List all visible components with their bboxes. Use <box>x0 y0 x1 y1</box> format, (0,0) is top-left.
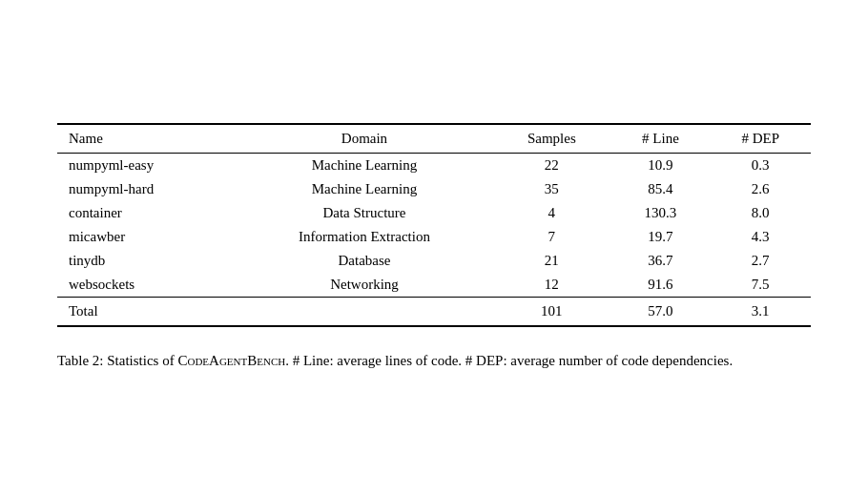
cell-dep: 2.7 <box>710 249 811 273</box>
cell-samples: 4 <box>492 201 610 225</box>
col-header-dep: # DEP <box>710 124 811 154</box>
statistics-table: Name Domain Samples # Line # DEP numpyml… <box>57 123 811 327</box>
cell-name: micawber <box>57 225 237 249</box>
cell-samples: 12 <box>492 273 610 298</box>
table-row: tinydb Database 21 36.7 2.7 <box>57 249 811 273</box>
table-row: numpyml-hard Machine Learning 35 85.4 2.… <box>57 177 811 201</box>
caption-text-part1: Statistics of <box>104 353 178 368</box>
cell-name: numpyml-easy <box>57 153 237 177</box>
table-header-row: Name Domain Samples # Line # DEP <box>57 124 811 154</box>
table-row: numpyml-easy Machine Learning 22 10.9 0.… <box>57 153 811 177</box>
total-samples: 101 <box>492 297 610 326</box>
col-header-line: # Line <box>610 124 710 154</box>
col-header-domain: Domain <box>237 124 493 154</box>
total-dep: 3.1 <box>710 297 811 326</box>
table-row: websockets Networking 12 91.6 7.5 <box>57 273 811 298</box>
total-label: Total <box>57 297 237 326</box>
cell-samples: 7 <box>492 225 610 249</box>
cell-samples: 35 <box>492 177 610 201</box>
table-total-row: Total 101 57.0 3.1 <box>57 297 811 326</box>
cell-dep: 8.0 <box>710 201 811 225</box>
col-header-samples: Samples <box>492 124 610 154</box>
total-line: 57.0 <box>610 297 710 326</box>
cell-line: 91.6 <box>610 273 710 298</box>
cell-line: 85.4 <box>610 177 710 201</box>
cell-name: tinydb <box>57 249 237 273</box>
cell-domain: Data Structure <box>237 201 493 225</box>
cell-domain: Database <box>237 249 493 273</box>
caption-number: Table 2: <box>57 353 104 368</box>
cell-dep: 4.3 <box>710 225 811 249</box>
caption-text-part2: . # Line: average lines of code. # DEP: … <box>285 353 733 368</box>
table-caption: Table 2: Statistics of CodeAgentBench. #… <box>57 350 811 372</box>
cell-name: numpyml-hard <box>57 177 237 201</box>
caption-benchmark-name: CodeAgentBench <box>177 353 285 368</box>
cell-domain: Machine Learning <box>237 177 493 201</box>
cell-line: 36.7 <box>610 249 710 273</box>
table-row: micawber Information Extraction 7 19.7 4… <box>57 225 811 249</box>
cell-samples: 22 <box>492 153 610 177</box>
cell-domain: Information Extraction <box>237 225 493 249</box>
cell-domain: Machine Learning <box>237 153 493 177</box>
cell-dep: 2.6 <box>710 177 811 201</box>
page-content: Name Domain Samples # Line # DEP numpyml… <box>57 123 811 372</box>
cell-line: 19.7 <box>610 225 710 249</box>
cell-name: websockets <box>57 273 237 298</box>
cell-line: 10.9 <box>610 153 710 177</box>
cell-domain: Networking <box>237 273 493 298</box>
col-header-name: Name <box>57 124 237 154</box>
cell-name: container <box>57 201 237 225</box>
total-domain <box>237 297 493 326</box>
table-row: container Data Structure 4 130.3 8.0 <box>57 201 811 225</box>
cell-samples: 21 <box>492 249 610 273</box>
cell-line: 130.3 <box>610 201 710 225</box>
cell-dep: 7.5 <box>710 273 811 298</box>
cell-dep: 0.3 <box>710 153 811 177</box>
data-table-container: Name Domain Samples # Line # DEP numpyml… <box>57 123 811 327</box>
